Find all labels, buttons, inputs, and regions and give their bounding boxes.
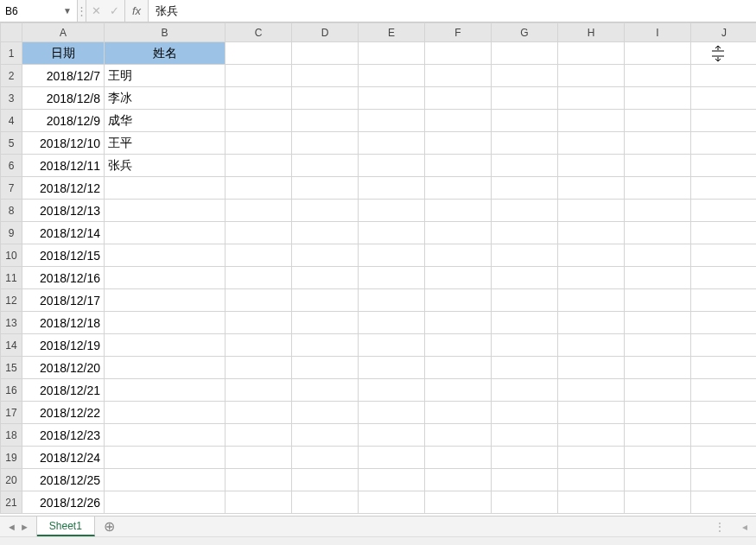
cell[interactable]: 2018/12/21 xyxy=(22,379,105,402)
cell[interactable]: 2018/12/9 xyxy=(22,110,105,132)
cell[interactable] xyxy=(558,42,625,65)
cell[interactable] xyxy=(359,65,425,87)
cell[interactable] xyxy=(691,379,757,402)
col-header-J[interactable]: J xyxy=(691,23,757,42)
cell[interactable] xyxy=(625,424,691,447)
name-box-dropdown-icon[interactable]: ▼ xyxy=(63,6,72,16)
cell[interactable] xyxy=(492,244,558,267)
cell[interactable] xyxy=(226,200,292,222)
cell[interactable] xyxy=(691,222,757,244)
cell[interactable] xyxy=(558,402,625,424)
cell[interactable] xyxy=(691,177,757,200)
cell[interactable] xyxy=(292,87,359,110)
row-header[interactable]: 19 xyxy=(1,447,22,469)
row-header[interactable]: 14 xyxy=(1,334,22,357)
cell[interactable] xyxy=(292,491,359,514)
cell[interactable] xyxy=(292,132,359,155)
cell[interactable] xyxy=(292,379,359,402)
cell[interactable] xyxy=(492,42,558,65)
cell[interactable] xyxy=(292,402,359,424)
cell[interactable] xyxy=(292,244,359,267)
cell[interactable] xyxy=(425,42,492,65)
row-header[interactable]: 4 xyxy=(1,110,22,132)
cell[interactable] xyxy=(226,447,292,469)
cell[interactable] xyxy=(425,491,492,514)
cell[interactable]: 张兵 xyxy=(105,155,226,177)
cell[interactable] xyxy=(625,447,691,469)
horizontal-scrollbar[interactable] xyxy=(0,536,756,545)
spreadsheet-grid[interactable]: A B C D E F G H I J K 1日期姓名22018/12/7王明3… xyxy=(0,22,756,521)
cell[interactable] xyxy=(492,289,558,312)
cell[interactable] xyxy=(292,177,359,200)
cell[interactable] xyxy=(691,132,757,155)
cell[interactable] xyxy=(226,357,292,379)
cell[interactable] xyxy=(691,447,757,469)
cell[interactable] xyxy=(558,244,625,267)
sheet-nav-buttons[interactable]: ◄ ► xyxy=(0,516,37,536)
cell[interactable] xyxy=(492,447,558,469)
cell[interactable] xyxy=(558,200,625,222)
cell[interactable] xyxy=(292,65,359,87)
col-header-H[interactable]: H xyxy=(558,23,625,42)
cell[interactable] xyxy=(226,379,292,402)
cell[interactable] xyxy=(625,42,691,65)
cell[interactable] xyxy=(105,312,226,334)
cell[interactable] xyxy=(359,312,425,334)
col-header-C[interactable]: C xyxy=(226,23,292,42)
cell[interactable]: 2018/12/11 xyxy=(22,155,105,177)
hscroll-left-icon[interactable]: ◂ xyxy=(742,521,747,533)
cell[interactable] xyxy=(425,155,492,177)
cell[interactable] xyxy=(359,110,425,132)
add-sheet-button[interactable]: ⊕ xyxy=(95,516,124,536)
cell[interactable] xyxy=(226,289,292,312)
cell[interactable] xyxy=(226,334,292,357)
cell[interactable] xyxy=(425,110,492,132)
cell[interactable] xyxy=(691,155,757,177)
cell[interactable] xyxy=(105,244,226,267)
row-header[interactable]: 16 xyxy=(1,379,22,402)
cell[interactable] xyxy=(625,110,691,132)
cell[interactable] xyxy=(292,110,359,132)
sheet-tab-sheet1[interactable]: Sheet1 xyxy=(37,516,95,536)
cell[interactable] xyxy=(625,132,691,155)
cell[interactable] xyxy=(691,334,757,357)
cell[interactable] xyxy=(359,334,425,357)
cell[interactable] xyxy=(226,87,292,110)
cell[interactable]: 2018/12/22 xyxy=(22,402,105,424)
cell[interactable] xyxy=(292,222,359,244)
cell[interactable] xyxy=(625,357,691,379)
cell[interactable]: 2018/12/14 xyxy=(22,222,105,244)
row-header[interactable]: 15 xyxy=(1,357,22,379)
row-header[interactable]: 10 xyxy=(1,244,22,267)
row-header[interactable]: 18 xyxy=(1,424,22,447)
cell[interactable] xyxy=(226,110,292,132)
cell[interactable] xyxy=(359,379,425,402)
cell[interactable] xyxy=(292,424,359,447)
col-header-G[interactable]: G xyxy=(492,23,558,42)
cell[interactable] xyxy=(558,132,625,155)
cell[interactable] xyxy=(292,200,359,222)
cell[interactable] xyxy=(625,491,691,514)
cell[interactable] xyxy=(226,312,292,334)
cell[interactable] xyxy=(359,447,425,469)
cell[interactable]: 2018/12/26 xyxy=(22,491,105,514)
cell[interactable] xyxy=(425,177,492,200)
cell[interactable] xyxy=(359,155,425,177)
cell[interactable] xyxy=(558,289,625,312)
cell[interactable] xyxy=(558,334,625,357)
cell[interactable] xyxy=(292,312,359,334)
cell[interactable] xyxy=(425,65,492,87)
select-all-corner[interactable] xyxy=(1,23,22,42)
cell[interactable] xyxy=(292,357,359,379)
cell[interactable] xyxy=(359,267,425,289)
cell[interactable] xyxy=(226,244,292,267)
cell[interactable] xyxy=(625,155,691,177)
cancel-icon[interactable]: ✕ xyxy=(92,4,101,17)
cell[interactable] xyxy=(492,469,558,491)
confirm-icon[interactable]: ✓ xyxy=(110,4,119,17)
cell[interactable] xyxy=(492,424,558,447)
cell[interactable] xyxy=(625,289,691,312)
cell[interactable]: 2018/12/12 xyxy=(22,177,105,200)
cell[interactable] xyxy=(492,491,558,514)
formula-input[interactable]: 张兵 xyxy=(149,0,756,22)
